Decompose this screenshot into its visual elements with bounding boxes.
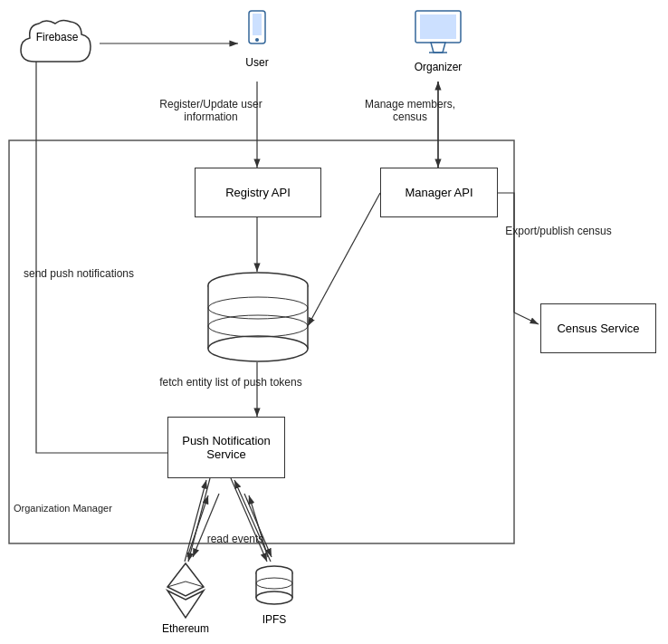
ethereum-label: Ethereum: [154, 622, 217, 635]
firebase-node: Firebase: [16, 16, 98, 75]
push-notification-label: Push Notification Service: [182, 434, 271, 461]
org-manager-label: Organization Manager: [14, 503, 112, 514]
ipfs-node: IPFS: [243, 562, 306, 634]
svg-point-37: [256, 591, 292, 604]
organizer-node: Organizer: [406, 9, 470, 82]
svg-marker-20: [431, 43, 445, 53]
manager-api-label: Manager API: [405, 186, 472, 199]
manage-members-label: Manage members, census: [351, 98, 469, 123]
architecture-diagram: Firebase User Organizer Register/Update …: [0, 0, 668, 644]
ipfs-label: IPFS: [243, 613, 306, 626]
manager-api-box: Manager API: [380, 168, 498, 217]
register-update-label: Register/Update user information: [134, 98, 288, 123]
ethereum-node: Ethereum: [154, 562, 217, 634]
svg-rect-16: [253, 14, 262, 35]
svg-rect-19: [420, 14, 456, 39]
send-push-label: send push notifications: [20, 267, 138, 280]
registry-api-box: Registry API: [195, 168, 321, 217]
svg-line-11: [187, 495, 208, 557]
svg-line-9: [193, 494, 219, 557]
user-node: User: [238, 9, 276, 82]
svg-marker-29: [167, 563, 204, 596]
census-service-label: Census Service: [557, 322, 639, 335]
census-service-box: Census Service: [540, 303, 656, 353]
svg-point-17: [255, 38, 259, 42]
registry-api-label: Registry API: [225, 186, 291, 199]
user-label: User: [238, 56, 276, 69]
svg-line-42: [185, 480, 206, 562]
firebase-label: Firebase: [16, 31, 98, 43]
fetch-entity-label: fetch entity list of push tokens: [140, 376, 321, 389]
svg-line-13: [514, 312, 539, 324]
svg-line-12: [249, 495, 268, 557]
organizer-label: Organizer: [406, 61, 470, 73]
read-events-label: read events: [190, 533, 281, 545]
database-node: [195, 267, 321, 367]
svg-line-40: [188, 478, 210, 562]
svg-line-10: [244, 494, 272, 557]
push-notification-box: Push Notification Service: [167, 417, 285, 478]
svg-point-26: [208, 336, 308, 361]
svg-line-43: [234, 480, 271, 562]
svg-line-41: [231, 478, 267, 562]
export-publish-label: Export/publish census: [500, 225, 617, 237]
